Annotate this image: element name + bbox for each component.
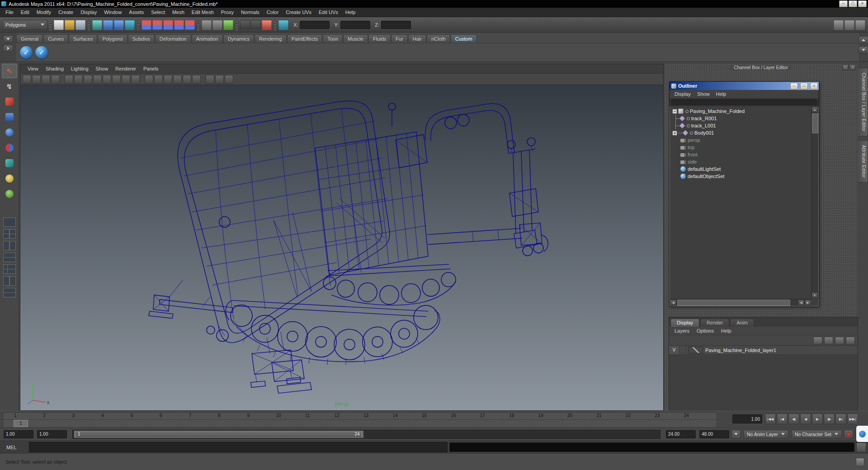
film-gate-icon[interactable] — [74, 75, 83, 84]
outliner-menu-item[interactable]: Show — [694, 91, 713, 97]
shelf-tab[interactable]: Hair — [408, 34, 426, 43]
timeline-tick[interactable]: 17 — [480, 413, 509, 420]
group-divider[interactable] — [274, 19, 276, 30]
custom-shelf-button-2[interactable]: ✓ — [35, 46, 48, 59]
timeline-tick[interactable]: 5 — [131, 413, 160, 420]
layout-three-pane-button[interactable] — [3, 264, 16, 274]
bookmark-icon[interactable] — [42, 75, 50, 84]
timeline-tick[interactable]: 1 — [14, 413, 43, 420]
select-by-object-icon[interactable] — [103, 20, 113, 30]
layer-color-swatch[interactable] — [689, 347, 703, 353]
timeline-tick[interactable]: 11 — [305, 413, 334, 420]
timeline-tick[interactable]: 19 — [538, 413, 567, 420]
timeline-tick[interactable]: 24 — [684, 413, 713, 420]
outliner-item-root[interactable]: − Paving_Machine_Folded — [670, 108, 811, 115]
layout-four-pane-button[interactable] — [3, 229, 16, 239]
close-button[interactable]: × — [858, 0, 867, 7]
scroll-up-icon[interactable]: ▲ — [811, 107, 818, 113]
timeline-tick[interactable]: 8 — [218, 413, 247, 420]
scroll-right-icon[interactable]: ▶ — [805, 300, 811, 306]
layer-row[interactable]: V Paving_Machine_Folded_layer1 — [669, 346, 858, 355]
tab-attribute-editor[interactable]: Attribute Editor — [858, 140, 868, 183]
panel-menu-item[interactable]: Show — [92, 66, 112, 71]
time-slider[interactable]: 123456789101112131415161718192021222324 … — [3, 412, 717, 428]
shelf-scroll-down-icon[interactable] — [859, 46, 868, 53]
menu-item[interactable]: Proxy — [217, 8, 237, 17]
current-frame-field[interactable] — [732, 414, 762, 423]
toggle-attribute-editor-icon[interactable] — [834, 20, 844, 30]
shelf-scroll-up-icon[interactable] — [859, 36, 868, 43]
layer-editor-menu-item[interactable]: Options — [693, 328, 717, 334]
bounding-box-icon[interactable] — [164, 75, 172, 84]
timeline-tick[interactable]: 23 — [655, 413, 684, 420]
scrollbar-thumb[interactable] — [677, 300, 790, 306]
outliner-menu-item[interactable]: Display — [671, 91, 694, 97]
auto-keyframe-icon[interactable] — [844, 430, 853, 439]
save-scene-icon[interactable] — [75, 20, 85, 30]
new-scene-icon[interactable] — [54, 20, 64, 30]
timeline-scrub-area[interactable]: 1 — [4, 419, 716, 427]
menu-item[interactable]: Select — [147, 8, 169, 17]
playback-end-field[interactable] — [699, 430, 729, 438]
timeline-tick[interactable]: 4 — [101, 413, 130, 420]
rotate-tool-button[interactable] — [2, 125, 17, 140]
command-line-input[interactable] — [29, 442, 448, 452]
panel-menu-item[interactable]: Lighting — [67, 66, 92, 71]
camera-attributes-icon[interactable] — [32, 75, 41, 84]
layer-display-type-toggle[interactable] — [679, 346, 686, 354]
select-tool-button[interactable]: ↖ — [2, 64, 17, 78]
scroll-left-icon[interactable]: ◀ — [798, 300, 804, 306]
group-divider[interactable] — [88, 19, 90, 30]
safe-title-icon[interactable] — [122, 75, 130, 84]
timeline-tick[interactable]: 10 — [276, 413, 305, 420]
shelf-tab[interactable]: Fluids — [368, 34, 391, 43]
animation-end-field[interactable] — [666, 430, 696, 438]
all-lights-icon[interactable] — [183, 75, 191, 84]
timeline-tick[interactable]: 9 — [247, 413, 276, 420]
create-empty-layer-icon[interactable] — [835, 337, 844, 344]
range-slider-block[interactable]: 1 24 — [74, 431, 363, 438]
outliner-horizontal-scrollbar[interactable]: ◀ ◀ ▶ — [670, 299, 811, 306]
isolate-select-icon[interactable] — [206, 75, 214, 84]
shelf-tab[interactable]: Curves — [43, 34, 68, 43]
scroll-down-icon[interactable]: ▼ — [811, 292, 818, 298]
scroll-left-icon[interactable]: ◀ — [670, 300, 676, 306]
timeline-tick[interactable]: 7 — [189, 413, 218, 420]
scrollbar-thumb[interactable] — [812, 113, 818, 133]
lasso-select-tool-button[interactable]: ↯ — [2, 79, 17, 94]
character-set-selector[interactable]: No Character Set — [791, 430, 842, 439]
playback-button[interactable]: ◀| — [788, 414, 799, 424]
group-divider[interactable] — [137, 19, 139, 30]
tab-channel-box-layer-editor[interactable]: Channel Box / Layer Editor — [858, 68, 868, 136]
playback-button[interactable]: ▶▶| — [847, 414, 858, 424]
script-editor-icon[interactable] — [856, 442, 866, 452]
timeline-tick[interactable]: 18 — [509, 413, 538, 420]
outliner-item[interactable]: defaultObjectSet — [670, 173, 811, 180]
playback-button[interactable]: |▶ — [824, 414, 835, 424]
group-divider[interactable] — [49, 19, 52, 30]
outliner-menu-item[interactable]: Help — [713, 91, 730, 97]
input-operations-icon[interactable] — [202, 20, 212, 30]
layer-editor-menu-item[interactable]: Help — [717, 328, 735, 334]
universal-manipulator-button[interactable] — [2, 156, 17, 170]
textured-mode-icon[interactable] — [131, 75, 140, 84]
outliner-item[interactable]: track_R001 — [670, 115, 811, 122]
snap-to-view-plane-icon[interactable] — [174, 20, 184, 30]
select-by-hierarchy-icon[interactable] — [92, 20, 102, 30]
playback-button[interactable]: ▶ — [812, 414, 823, 424]
scale-tool-button[interactable] — [2, 141, 17, 155]
menu-item[interactable]: Color — [263, 8, 282, 17]
gate-mask-icon[interactable] — [93, 75, 102, 84]
outliner-item[interactable]: + Body001 — [670, 129, 811, 136]
timeline-tick[interactable]: 3 — [72, 413, 101, 420]
menu-item[interactable]: Help — [342, 8, 359, 17]
shelf-tab[interactable]: Dynamics — [223, 34, 254, 43]
panel-menu-item[interactable]: Renderer — [112, 66, 140, 71]
menu-item[interactable]: Normals — [237, 8, 263, 17]
dock-close-icon[interactable]: × — [849, 64, 856, 70]
command-line-mode-label[interactable]: MEL — [0, 445, 29, 450]
layout-persp-outliner-button[interactable] — [3, 276, 16, 286]
xray-icon[interactable] — [215, 75, 224, 84]
menu-item[interactable]: Create UVs — [282, 8, 315, 17]
menu-item[interactable]: Mesh — [169, 8, 188, 17]
